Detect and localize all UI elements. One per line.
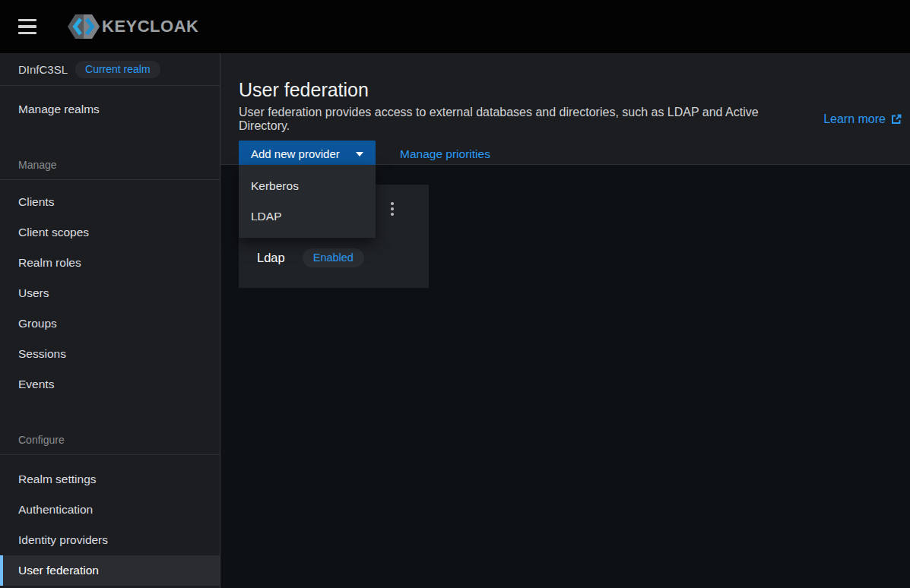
manage-priorities-link[interactable]: Manage priorities (400, 147, 490, 161)
external-link-icon (890, 113, 902, 125)
sidebar-item-identity-providers[interactable]: Identity providers (0, 525, 220, 555)
sidebar-item-client-scopes[interactable]: Client scopes (0, 217, 220, 248)
masthead: KEYCLOAK (0, 0, 910, 53)
sidebar-group-manage: Clients Client scopes Realm roles Users … (0, 180, 220, 400)
realm-name: DInfC3SL (18, 63, 68, 76)
add-new-provider-label: Add new provider (251, 147, 340, 160)
keycloak-logo-text: KEYCLOAK (102, 17, 198, 36)
dropdown-item-ldap[interactable]: LDAP (239, 201, 376, 232)
current-realm-row[interactable]: DInfC3SL Current realm (0, 53, 220, 86)
sidebar-item-groups[interactable]: Groups (0, 308, 220, 339)
dropdown-item-kerberos[interactable]: Kerberos (239, 171, 376, 201)
sidebar-item-manage-realms[interactable]: Manage realms (0, 94, 220, 125)
add-provider-dropdown-menu: Kerberos LDAP (239, 165, 376, 238)
page-header: User federation User federation provides… (220, 53, 910, 165)
sidebar-item-sessions[interactable]: Sessions (0, 339, 220, 369)
learn-more-label: Learn more (823, 112, 886, 126)
sidebar-item-authentication[interactable]: Authentication (0, 495, 220, 525)
keycloak-hexagon-icon (67, 13, 100, 40)
chevron-down-icon (356, 152, 363, 156)
hamburger-menu-icon[interactable] (18, 19, 36, 34)
status-badge: Enabled (303, 248, 364, 267)
main-area: User federation User federation provides… (220, 53, 910, 588)
keycloak-logo: KEYCLOAK (67, 13, 198, 40)
sidebar-item-clients[interactable]: Clients (0, 187, 220, 217)
sidebar-item-users[interactable]: Users (0, 278, 220, 308)
page-description: User federation provides access to exter… (239, 106, 811, 133)
content-area: Ldap Enabled Kerberos LDAP (220, 165, 910, 588)
keycloak-admin-console: KEYCLOAK DInfC3SL Current realm Manage r… (0, 0, 910, 588)
toolbar: Add new provider Manage priorities (239, 141, 902, 167)
add-new-provider-button[interactable]: Add new provider (239, 141, 376, 167)
sidebar-item-realm-roles[interactable]: Realm roles (0, 248, 220, 278)
learn-more-link[interactable]: Learn more (823, 112, 902, 126)
page-title: User federation (239, 79, 902, 100)
sidebar-item-events[interactable]: Events (0, 369, 220, 400)
current-realm-badge: Current realm (75, 61, 160, 78)
sidebar-item-user-federation[interactable]: User federation (0, 555, 220, 586)
kebab-menu-icon[interactable] (383, 195, 401, 223)
sidebar-item-realm-settings[interactable]: Realm settings (0, 464, 220, 495)
sidebar-group-configure: Realm settings Authentication Identity p… (0, 455, 220, 586)
provider-name: Ldap (257, 251, 285, 265)
sidebar-navigation: DInfC3SL Current realm Manage realms Man… (0, 53, 220, 588)
sidebar-group-label-manage: Manage (0, 158, 220, 172)
sidebar-group-label-configure: Configure (0, 433, 220, 447)
